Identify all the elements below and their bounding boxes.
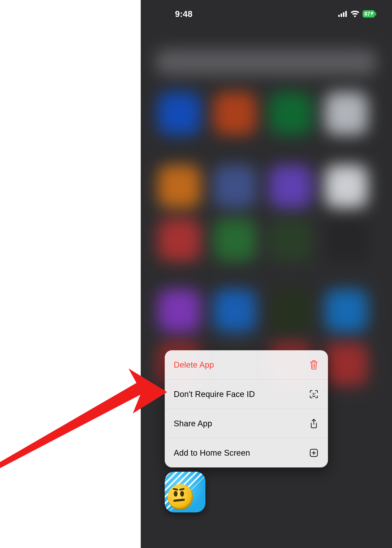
- plus-square-icon: [309, 448, 319, 457]
- menu-item-label: Share App: [174, 419, 309, 428]
- svg-rect-2: [338, 15, 340, 17]
- svg-marker-0: [0, 381, 141, 471]
- menu-add-to-home[interactable]: Add to Home Screen: [165, 438, 328, 467]
- wifi-icon: [351, 11, 359, 17]
- status-time: 9:48: [175, 9, 193, 19]
- svg-point-7: [315, 393, 315, 393]
- svg-rect-5: [345, 11, 347, 17]
- menu-dont-require-faceid[interactable]: Don't Require Face ID: [165, 379, 328, 409]
- svg-rect-4: [343, 12, 344, 17]
- share-icon: [309, 418, 319, 429]
- status-bar: 9:48: [141, 0, 392, 28]
- charging-bolt-icon: [371, 11, 374, 17]
- menu-delete-app[interactable]: Delete App: [165, 350, 328, 379]
- svg-rect-3: [341, 14, 342, 17]
- trash-icon: [309, 360, 319, 370]
- app-context-menu: Delete App Don't Require Face ID: [165, 350, 328, 467]
- svg-point-6: [312, 393, 313, 393]
- faceid-icon: [309, 390, 319, 399]
- menu-item-label: Delete App: [174, 360, 309, 370]
- battery-indicator: 87: [363, 10, 375, 18]
- menu-item-label: Don't Require Face ID: [174, 390, 309, 399]
- app-icon[interactable]: [165, 472, 205, 513]
- menu-item-label: Add to Home Screen: [174, 448, 309, 458]
- cellular-signal-icon: [338, 11, 347, 17]
- battery-percent: 87: [364, 11, 370, 17]
- menu-share-app[interactable]: Share App: [165, 409, 328, 438]
- phone-screenshot: 9:48: [141, 0, 392, 548]
